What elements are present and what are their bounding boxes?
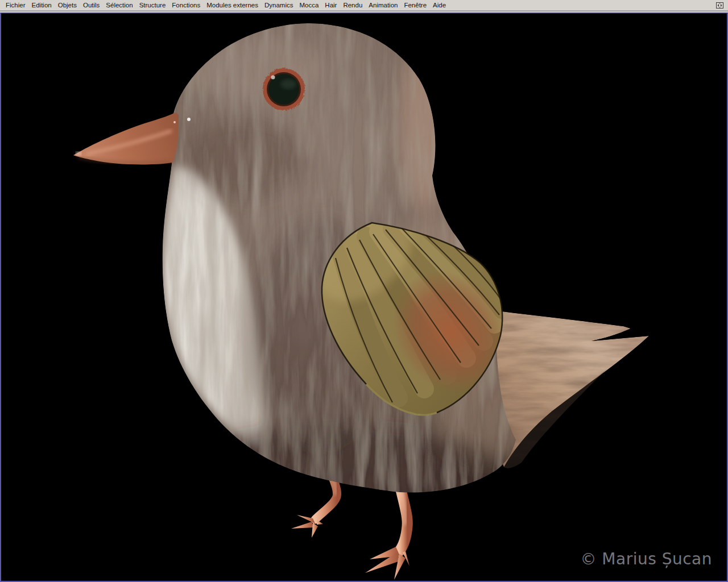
menu-item-edition[interactable]: Edition: [32, 0, 52, 11]
menu-item-fenetre[interactable]: Fenêtre: [404, 0, 427, 11]
viewport-3d[interactable]: © Marius Șucan: [0, 13, 728, 582]
menu-item-fonctions[interactable]: Fonctions: [172, 0, 200, 11]
menu-bar: Fichier Edition Objets Outils Sélection …: [0, 0, 728, 11]
bird-beak: [73, 113, 191, 164]
application-window: Fichier Edition Objets Outils Sélection …: [0, 0, 728, 582]
bird-eye: [263, 68, 305, 110]
menu-item-structure[interactable]: Structure: [139, 0, 166, 11]
bird-render: [1, 14, 727, 581]
menu-item-selection[interactable]: Sélection: [106, 0, 133, 11]
menu-item-hair[interactable]: Hair: [325, 0, 337, 11]
menu-item-outils[interactable]: Outils: [83, 0, 100, 11]
menu-item-dynamics[interactable]: Dynamics: [264, 0, 293, 11]
menu-item-objets[interactable]: Objets: [58, 0, 77, 11]
menu-item-aide[interactable]: Aide: [433, 0, 446, 11]
restore-window-icon[interactable]: [715, 1, 725, 10]
bird-right-leg: [365, 482, 410, 580]
menu-item-mocca[interactable]: Mocca: [299, 0, 318, 11]
menu-item-modules-externes[interactable]: Modules externes: [206, 0, 258, 11]
menu-item-rendu[interactable]: Rendu: [343, 0, 362, 11]
menu-item-fichier[interactable]: Fichier: [6, 0, 26, 11]
menu-item-animation[interactable]: Animation: [369, 0, 398, 11]
